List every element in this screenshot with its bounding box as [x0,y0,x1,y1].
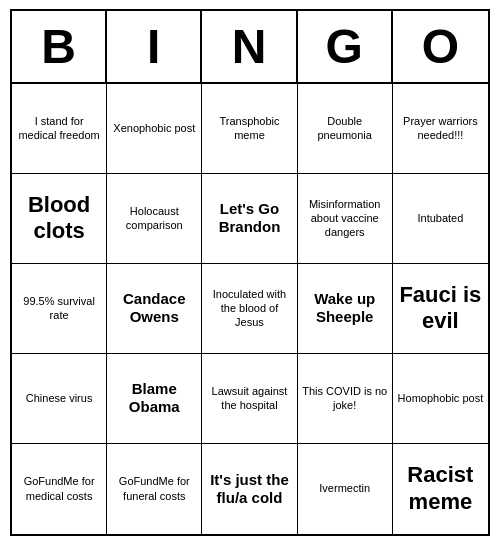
bingo-cell-6: Holocaust comparison [107,174,202,264]
bingo-cell-2: Transphobic meme [202,84,297,174]
bingo-cell-23: Ivermectin [298,444,393,534]
bingo-cell-16: Blame Obama [107,354,202,444]
bingo-cell-8: Misinformation about vaccine dangers [298,174,393,264]
bingo-grid: I stand for medical freedomXenophobic po… [12,84,488,534]
bingo-letter-b: B [12,11,107,82]
bingo-header: BINGO [12,11,488,84]
bingo-cell-18: This COVID is no joke! [298,354,393,444]
bingo-cell-20: GoFundMe for medical costs [12,444,107,534]
bingo-cell-3: Double pneumonia [298,84,393,174]
bingo-cell-11: Candace Owens [107,264,202,354]
bingo-cell-7: Let's Go Brandon [202,174,297,264]
bingo-cell-19: Homophobic post [393,354,488,444]
bingo-cell-17: Lawsuit against the hospital [202,354,297,444]
bingo-card: BINGO I stand for medical freedomXenopho… [10,9,490,536]
bingo-cell-13: Wake up Sheeple [298,264,393,354]
bingo-cell-10: 99.5% survival rate [12,264,107,354]
bingo-cell-0: I stand for medical freedom [12,84,107,174]
bingo-letter-i: I [107,11,202,82]
bingo-cell-1: Xenophobic post [107,84,202,174]
bingo-letter-g: G [298,11,393,82]
bingo-cell-22: It's just the flu/a cold [202,444,297,534]
bingo-cell-21: GoFundMe for funeral costs [107,444,202,534]
bingo-letter-o: O [393,11,488,82]
bingo-cell-12: Inoculated with the blood of Jesus [202,264,297,354]
bingo-cell-24: Racist meme [393,444,488,534]
bingo-letter-n: N [202,11,297,82]
bingo-cell-5: Blood clots [12,174,107,264]
bingo-cell-14: Fauci is evil [393,264,488,354]
bingo-cell-4: Prayer warriors needed!!! [393,84,488,174]
bingo-cell-15: Chinese virus [12,354,107,444]
bingo-cell-9: Intubated [393,174,488,264]
